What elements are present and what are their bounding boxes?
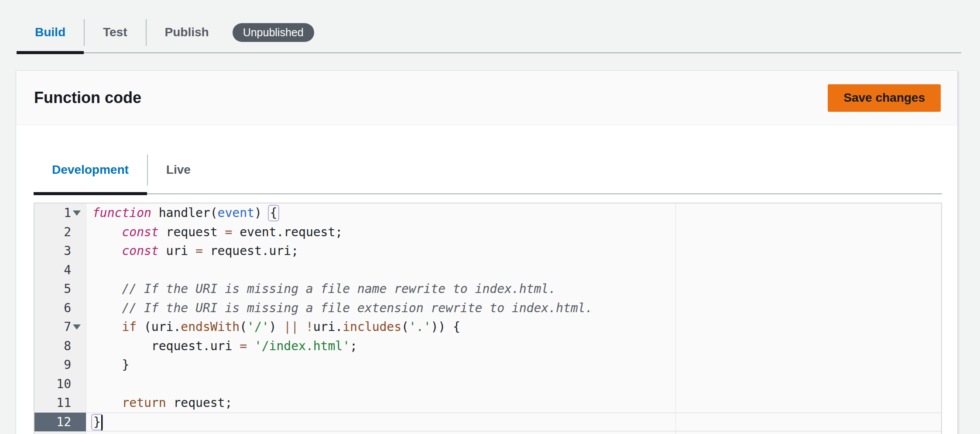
code-token: ( [401,320,409,334]
gutter-line-number: 3 [34,241,86,261]
editor-gutter: 123456789101112 [34,203,86,434]
code-token: includes [343,320,401,334]
code-token [298,320,306,334]
fold-arrow-icon[interactable] [71,317,82,337]
fold-spacer [71,223,82,242]
code-token: handler( [151,206,218,220]
text-cursor [101,415,103,431]
code-token: if [122,320,137,334]
gutter-line-number: 11 [34,393,86,413]
code-line[interactable]: function handler(event) { [86,203,941,223]
page-title: Function code [34,89,141,107]
gutter-line-number: 9 [34,355,86,375]
code-token: request; [166,396,233,410]
code-token: event.request; [232,225,343,239]
fold-spacer [71,241,82,261]
top-tab-bar: Build Test Publish Unpublished [17,12,961,53]
code-line[interactable]: // If the URI is missing a file name rew… [86,279,941,299]
code-editor[interactable]: 123456789101112 function handler(event) … [34,203,942,434]
code-token: event [218,206,254,220]
code-line[interactable]: } [86,355,941,375]
code-token: endsWith [181,320,240,334]
active-tab-underline [34,192,147,195]
gutter-line-number: 10 [34,375,86,394]
panel-header: Function code Save changes [16,71,957,125]
code-token: = [225,225,232,239]
code-line[interactable]: request.uri = '/index.html'; [86,337,941,356]
code-line[interactable]: const request = event.request; [86,223,941,242]
code-token: uri [159,244,195,258]
fold-spacer [71,413,82,432]
code-token: = [240,339,247,353]
fold-spacer [71,375,82,394]
gutter-line-number: 7 [34,317,86,337]
code-token: const [122,225,158,239]
code-line[interactable]: return request; [86,393,941,413]
matched-bracket: { [268,205,280,221]
fold-arrow-icon[interactable] [71,203,82,223]
code-token: ) [254,206,269,220]
fold-spacer [71,279,82,299]
fold-spacer [71,299,82,318]
code-token: = [195,244,203,258]
code-token [93,396,122,410]
tab-test-label: Test [103,25,127,39]
code-token: '.' [409,320,431,334]
code-token: )) { [431,320,460,334]
code-token: // If the URI is missing a file name rew… [93,282,556,296]
fold-spacer [71,337,82,356]
code-token: const [122,244,158,258]
code-token: ( [240,320,247,334]
code-token: (uri. [137,320,181,334]
code-token [93,225,122,239]
tab-development[interactable]: Development [34,146,147,193]
editor-code-area[interactable]: function handler(event) { const request … [86,203,941,434]
code-token [247,339,254,353]
code-line[interactable]: if (uri.endsWith('/') || !uri.includes('… [86,317,941,337]
tab-publish[interactable]: Publish [147,12,227,52]
active-tab-underline [17,51,84,54]
panel-content: Development Live 123456789101112 functio… [16,146,957,434]
code-token: ) [269,320,284,334]
code-line[interactable]: } [86,413,941,432]
tab-build-label: Build [35,25,65,39]
code-line[interactable]: // If the URI is missing a file extensio… [86,299,941,318]
code-token: request.uri [93,339,240,353]
code-token: || [284,320,298,334]
function-code-panel: Function code Save changes Development L… [16,70,958,434]
code-token: // If the URI is missing a file extensio… [93,301,593,315]
code-token: ! [306,320,313,334]
gutter-line-number: 1 [34,203,86,223]
unpublished-status-badge: Unpublished [233,23,314,42]
fold-spacer [71,261,82,280]
tab-publish-label: Publish [165,25,209,39]
gutter-line-number: 12 [34,413,86,432]
tab-live[interactable]: Live [148,146,209,193]
gutter-line-number: 8 [34,337,86,356]
tab-test[interactable]: Test [85,12,146,52]
stage-tab-bar: Development Live [34,146,942,194]
fold-spacer [71,393,82,413]
code-token: '/' [247,320,269,334]
code-token [93,244,122,258]
code-token: return [122,396,166,410]
code-token: } [93,358,129,372]
gutter-line-number: 5 [34,279,86,299]
tab-build[interactable]: Build [17,12,84,52]
code-line[interactable] [86,375,941,394]
code-token [93,320,122,334]
code-token: '/index.html' [254,339,350,353]
code-token: uri. [313,320,343,334]
tab-live-label: Live [166,163,191,177]
save-changes-button[interactable]: Save changes [828,84,941,112]
gutter-line-number: 2 [34,223,86,242]
code-token: request [159,225,225,239]
tab-development-label: Development [52,163,129,177]
gutter-line-number: 4 [34,261,86,280]
code-token: request.uri; [203,244,298,258]
gutter-line-number: 6 [34,299,86,318]
fold-spacer [71,355,82,375]
code-line[interactable] [86,261,941,280]
code-line[interactable]: const uri = request.uri; [86,241,941,261]
code-token: function [93,206,151,220]
